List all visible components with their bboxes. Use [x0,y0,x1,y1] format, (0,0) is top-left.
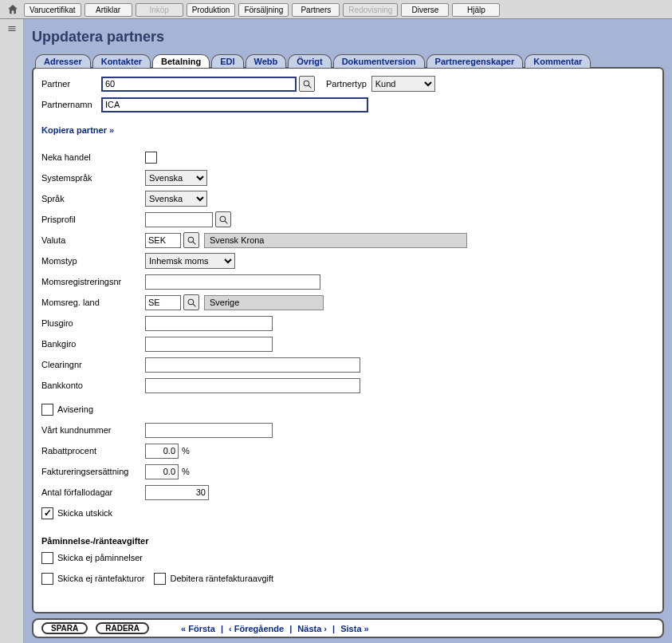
svg-point-0 [304,81,309,86]
tab-edi[interactable]: EDI [211,54,243,68]
pager-prev[interactable]: ‹ Föregående [229,624,284,633]
fees-title: Påminnelse-/ränteavgifter [41,536,654,546]
fakt-input[interactable] [145,464,179,479]
partner-lookup-icon[interactable] [299,76,315,92]
pager-next[interactable]: Nästa › [297,624,327,633]
plusgiro-input[interactable] [145,316,273,331]
bankkonto-input[interactable] [145,378,360,393]
bankgiro-label: Bankgiro [41,339,145,349]
momsland-lookup-icon[interactable] [183,294,199,310]
tab-partneregenskaper[interactable]: Partneregenskaper [426,54,524,68]
partnertyp-label: Partnertyp [326,79,367,89]
pager-first[interactable]: « Första [181,624,215,633]
partnernamn-input[interactable] [101,97,368,112]
bankgiro-input[interactable] [145,337,273,352]
utskick-checkbox[interactable] [41,507,53,519]
plusgiro-label: Plusgiro [41,318,145,328]
form-panel: Partner Partnertyp Kund Partnernamn Kopi… [32,67,664,613]
tab-webb[interactable]: Webb [246,54,287,68]
main-wrap: Uppdatera partners Adresser Kontakter Be… [0,19,672,643]
forfallo-input[interactable] [145,485,209,500]
nav-produktion[interactable]: Produktion [187,3,236,17]
left-gutter [0,19,24,643]
sprak-label: Språk [41,194,145,203]
clearing-label: Clearingnr [41,360,145,369]
menu-icon[interactable] [5,24,19,35]
save-button[interactable]: SPARA [41,622,88,634]
svg-line-5 [193,242,195,244]
nav-partners[interactable]: Partners [292,3,340,17]
nav-varucertifikat[interactable]: Varucertifikat [24,3,81,17]
partner-label: Partner [41,79,101,89]
neka-checkbox[interactable] [145,152,157,164]
nav-redovisning: Redovisning [343,3,398,17]
forfallo-label: Antal förfallodagar [41,487,145,497]
valuta-label: Valuta [41,235,145,245]
valuta-input[interactable] [145,233,181,248]
subtabs: Adresser Kontakter Betalning EDI Webb Öv… [32,54,664,68]
momsreg-label: Momsregistreringsnr [41,277,145,286]
fakt-pct: % [182,467,190,476]
kundnr-label: Vårt kundnummer [41,425,145,435]
pager-last[interactable]: Sista » [340,624,368,633]
home-icon[interactable] [5,2,21,17]
partnernamn-label: Partnernamn [41,100,101,109]
tab-kontakter[interactable]: Kontakter [92,54,151,68]
copy-partner-link[interactable]: Kopiera partner » [41,125,114,135]
bankkonto-label: Bankkonto [41,381,145,390]
debit-fee-label: Debitera räntefakturaavgift [170,574,273,583]
nav-forsaljning[interactable]: Försäljning [238,3,289,17]
app-window: Varucertifikat Artiklar Inköp Produktion… [0,0,672,643]
skip-interest-label: Skicka ej räntefakturor [57,574,144,583]
nav-artiklar[interactable]: Artiklar [84,3,132,17]
rabatt-input[interactable] [145,444,179,459]
nav-diverse[interactable]: Diverse [401,3,449,17]
tab-betalning[interactable]: Betalning [152,54,210,68]
avisering-label: Avisering [57,404,93,414]
momstyp-select[interactable]: Inhemsk moms [145,253,235,269]
footer-bar: SPARA RADERA « Första | ‹ Föregående | N… [32,618,664,638]
rabatt-label: Rabattprocent [41,446,145,456]
svg-point-4 [188,237,194,243]
pager: « Första | ‹ Föregående | Nästa › | Sist… [181,624,369,633]
momstyp-label: Momstyp [41,256,145,266]
prisprofil-label: Prisprofil [41,215,145,224]
svg-point-6 [188,299,194,305]
momsland-label: Momsreg. land [41,298,145,307]
tab-dokumentversion[interactable]: Dokumentversion [333,54,425,68]
tab-adresser[interactable]: Adresser [35,54,91,68]
momsland-input[interactable] [145,295,181,310]
clearing-input[interactable] [145,357,360,373]
valuta-name: Svensk Krona [204,233,467,248]
momsland-name: Sverige [204,295,324,310]
syssprak-label: Systemspråk [41,173,145,183]
partner-input[interactable] [101,77,297,92]
skip-reminders-checkbox[interactable] [41,552,53,564]
nav-inkop: Inköp [136,3,183,17]
page-title: Uppdatera partners [32,29,664,45]
top-toolbar: Varucertifikat Artiklar Inköp Produktion… [0,0,672,19]
avisering-checkbox[interactable] [41,404,53,416]
tab-kommentar[interactable]: Kommentar [525,54,591,68]
partnertyp-select[interactable]: Kund [371,76,435,92]
delete-button[interactable]: RADERA [96,622,149,634]
svg-line-3 [225,221,227,223]
kundnr-input[interactable] [145,423,273,438]
svg-point-2 [220,216,226,222]
svg-line-7 [193,304,195,306]
nav-hjalp[interactable]: Hjälp [452,3,500,17]
momsreg-input[interactable] [145,274,320,290]
debit-fee-checkbox[interactable] [154,573,166,585]
valuta-lookup-icon[interactable] [183,232,199,248]
skip-reminders-label: Skicka ej påminnelser [57,553,143,562]
tab-ovrigt[interactable]: Övrigt [288,54,331,68]
syssprak-select[interactable]: Svenska [145,170,207,186]
prisprofil-input[interactable] [145,212,213,227]
prisprofil-lookup-icon[interactable] [215,211,231,227]
svg-line-1 [308,85,311,88]
neka-label: Neka handel [41,152,145,162]
sprak-select[interactable]: Svenska [145,191,207,207]
content-area: Uppdatera partners Adresser Kontakter Be… [24,19,672,643]
utskick-label: Skicka utskick [57,508,112,518]
skip-interest-checkbox[interactable] [41,573,53,585]
